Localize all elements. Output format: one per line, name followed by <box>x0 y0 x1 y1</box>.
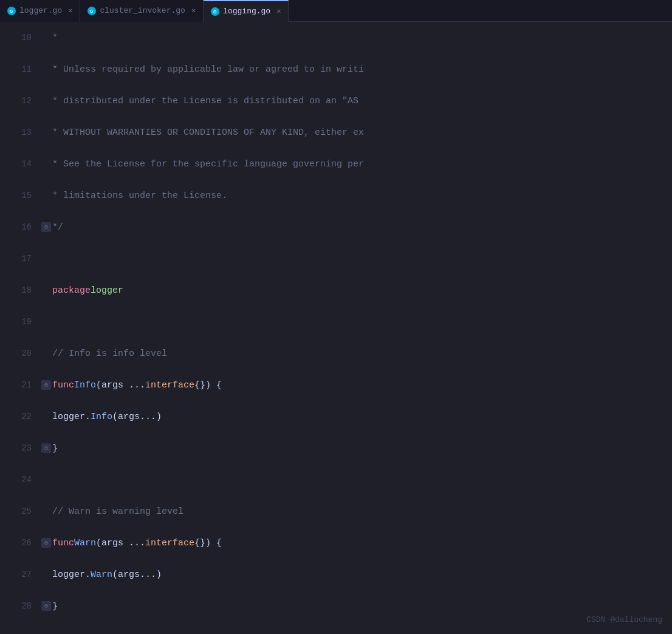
code-line-26: ⊖func Warn(args ...interface{}) { <box>36 527 364 559</box>
code-segment: func <box>52 538 74 548</box>
code-line-16: ⊖ */ <box>36 211 364 243</box>
line-number-28: 28 <box>0 590 36 622</box>
code-segment: } <box>52 443 58 454</box>
svg-text:G: G <box>10 9 13 13</box>
code-segment: * limitations under the License. <box>52 191 227 201</box>
line-number-27: 27 <box>0 559 36 590</box>
code-segment: (args...) <box>112 412 162 422</box>
line-number-13: 13 <box>0 117 36 148</box>
line-number-15: 15 <box>0 180 36 211</box>
tab-close-icon[interactable]: ✕ <box>68 6 72 15</box>
code-line-27: logger.Warn(args...) <box>36 559 364 590</box>
tab-logger[interactable]: G logger.go ✕ <box>0 0 80 22</box>
code-line-22: logger.Info(args...) <box>36 401 364 432</box>
tab-close-icon[interactable]: ✕ <box>191 6 196 15</box>
line-number-25: 25 <box>0 496 36 527</box>
tab-cluster_invoker[interactable]: G cluster_invoker.go ✕ <box>80 0 204 22</box>
code-line-15: * limitations under the License. <box>36 180 364 211</box>
code-line-19 <box>36 306 364 338</box>
line-number-29: 29 <box>0 622 36 634</box>
line-number-21: 21 <box>0 369 36 401</box>
svg-text:G: G <box>90 9 94 13</box>
code-line-21: ⊖func Info(args ...interface{}) { <box>36 369 364 401</box>
code-segment: args ... <box>101 380 145 390</box>
line-number-16: 16 <box>0 211 36 243</box>
code-segment: {}) { <box>194 538 222 548</box>
code-segment: func <box>52 380 74 390</box>
code-segment: interface <box>145 380 194 390</box>
code-segment: * See the License for the specific langu… <box>52 159 364 169</box>
svg-text:G: G <box>213 10 217 14</box>
code-line-10: * <box>36 22 364 53</box>
code-lines: * * Unless required by applicable law or… <box>36 22 364 634</box>
code-segment: * distributed under the License is distr… <box>52 96 358 106</box>
line-number-24: 24 <box>0 464 36 496</box>
code-segment: Warn <box>91 570 112 580</box>
tab-label: cluster_invoker.go <box>100 6 185 15</box>
line-numbers: 1011121314151617181920212223242526272829 <box>0 22 36 634</box>
line-number-14: 14 <box>0 148 36 180</box>
code-segment: logger <box>91 285 123 296</box>
app-window: G logger.go ✕ G cluster_invoker.go ✕ G l… <box>0 0 672 634</box>
code-segment: * Unless required by applicable law or a… <box>52 64 364 75</box>
code-line-28: ⊖} <box>36 590 364 622</box>
code-segment: */ <box>52 222 63 233</box>
code-segment: ( <box>96 380 101 390</box>
line-number-20: 20 <box>0 338 36 369</box>
tab-bar: G logger.go ✕ G cluster_invoker.go ✕ G l… <box>0 0 672 22</box>
line-number-23: 23 <box>0 432 36 464</box>
go-icon: G <box>211 7 219 16</box>
code-line-24 <box>36 464 364 496</box>
code-segment: Info <box>74 380 96 390</box>
code-line-17 <box>36 243 364 274</box>
code-segment: logger. <box>52 570 91 580</box>
code-line-12: * distributed under the License is distr… <box>36 85 364 117</box>
editor-area: 1011121314151617181920212223242526272829… <box>0 22 672 634</box>
tab-label: logger.go <box>19 6 62 15</box>
fold-button-26[interactable]: ⊖ <box>41 538 51 548</box>
line-number-18: 18 <box>0 274 36 306</box>
tab-close-icon[interactable]: ✕ <box>276 7 281 16</box>
line-number-12: 12 <box>0 85 36 117</box>
code-segment: * <box>52 33 58 43</box>
code-segment: logger. <box>52 412 91 422</box>
line-number-17: 17 <box>0 243 36 274</box>
line-number-19: 19 <box>0 306 36 338</box>
code-line-25: // Warn is warning level <box>36 496 364 527</box>
fold-button-28[interactable]: ⊖ <box>41 601 51 611</box>
tab-logging[interactable]: G logging.go ✕ <box>204 0 289 22</box>
code-segment: (args...) <box>112 570 162 580</box>
code-segment: {}) { <box>194 380 222 390</box>
code-line-18: package logger <box>36 274 364 306</box>
code-line-11: * Unless required by applicable law or a… <box>36 53 364 85</box>
code-segment: Warn <box>74 538 96 548</box>
code-line-29 <box>36 622 364 634</box>
code-segment: ( <box>96 538 101 548</box>
code-line-23: ⊖} <box>36 432 364 464</box>
code-line-13: * WITHOUT WARRANTIES OR CONDITIONS OF AN… <box>36 117 364 148</box>
fold-button-21[interactable]: ⊖ <box>41 380 51 390</box>
fold-button-16[interactable]: ⊖ <box>41 222 51 232</box>
line-number-26: 26 <box>0 527 36 559</box>
code-segment: interface <box>145 538 194 548</box>
code-segment: * WITHOUT WARRANTIES OR CONDITIONS OF AN… <box>52 128 364 138</box>
go-icon: G <box>7 7 16 15</box>
code-segment: args ... <box>101 538 145 548</box>
go-icon: G <box>87 7 96 15</box>
code-segment: } <box>52 601 58 612</box>
line-number-11: 11 <box>0 53 36 85</box>
code-segment: Info <box>91 412 112 422</box>
line-number-22: 22 <box>0 401 36 432</box>
watermark: CSDN @daliucheng <box>586 615 662 624</box>
code-segment: // Info is info level <box>52 349 167 359</box>
fold-button-23[interactable]: ⊖ <box>41 443 51 453</box>
code-segment: // Warn is warning level <box>52 506 183 517</box>
code-segment: package <box>52 285 91 296</box>
line-number-10: 10 <box>0 22 36 53</box>
tab-label: logging.go <box>223 7 270 16</box>
code-line-14: * See the License for the specific langu… <box>36 148 364 180</box>
code-line-20: // Info is info level <box>36 338 364 369</box>
editor-container: 1011121314151617181920212223242526272829… <box>0 22 364 634</box>
